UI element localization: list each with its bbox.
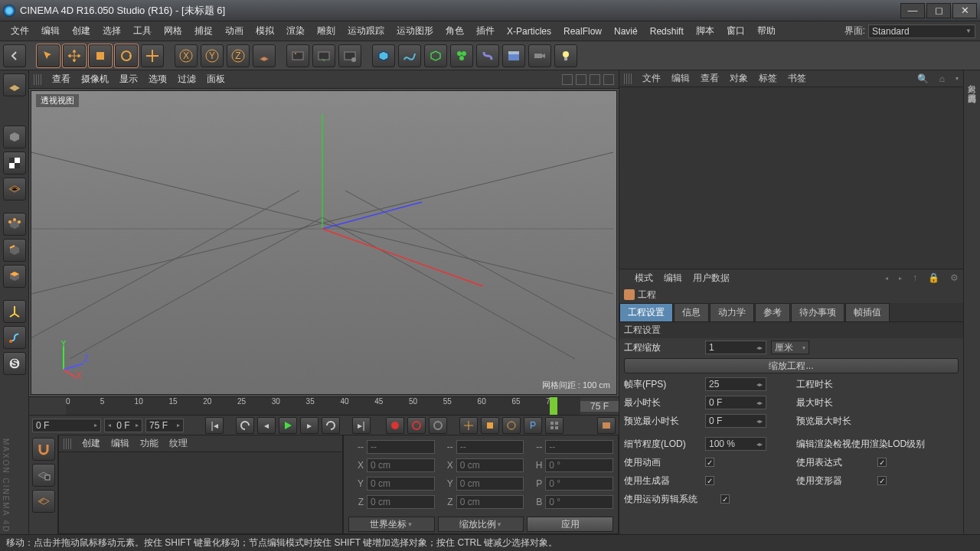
- workplane-lock-icon[interactable]: [32, 464, 55, 487]
- key-scale-button[interactable]: [481, 417, 499, 434]
- menu-sculpt[interactable]: 雕刻: [311, 24, 341, 37]
- coord-system[interactable]: [253, 44, 276, 67]
- y-axis-lock[interactable]: Y: [201, 44, 224, 67]
- useexpr-check[interactable]: ✓: [877, 458, 887, 467]
- texture-mode[interactable]: [3, 152, 26, 174]
- menu-mesh[interactable]: 网格: [158, 24, 188, 37]
- autokey-button[interactable]: [407, 417, 426, 434]
- coord-scale-combo[interactable]: 缩放比例 ▼: [438, 517, 524, 532]
- add-deformer[interactable]: [476, 44, 499, 67]
- goto-end-button[interactable]: ▸|: [352, 417, 371, 434]
- mat-menu-texture[interactable]: 纹理: [169, 437, 188, 450]
- chevron-icon[interactable]: ▾: [956, 75, 959, 82]
- goto-start-button[interactable]: |◂: [205, 417, 224, 434]
- pos-x-field[interactable]: 0 cm: [367, 458, 435, 472]
- menu-character[interactable]: 角色: [439, 24, 470, 37]
- fps-field[interactable]: 25◂▸: [705, 377, 766, 391]
- tab-interp[interactable]: 帧插值: [845, 303, 890, 321]
- next-key-button[interactable]: [322, 417, 340, 434]
- add-camera[interactable]: [528, 44, 551, 67]
- tab-todo[interactable]: 待办事项: [791, 303, 844, 321]
- view-menu-display[interactable]: 显示: [119, 73, 138, 86]
- scale-tool[interactable]: [89, 44, 112, 67]
- grip-icon[interactable]: [64, 439, 71, 449]
- rotate-tool[interactable]: [115, 44, 138, 67]
- nav-fwd-icon[interactable]: ▸: [899, 275, 902, 282]
- nav-back-icon[interactable]: ◂: [885, 275, 888, 282]
- model-mode[interactable]: [3, 126, 26, 148]
- layout-combo[interactable]: Standard▼: [868, 24, 975, 38]
- snap-toggle[interactable]: S: [3, 352, 26, 375]
- menu-mograph[interactable]: 运动图形: [390, 24, 439, 37]
- mat-menu-function[interactable]: 功能: [140, 437, 158, 450]
- search-icon[interactable]: 🔍: [917, 73, 929, 84]
- move-tool[interactable]: [63, 44, 86, 67]
- prev-frame-button[interactable]: ◂: [257, 417, 276, 434]
- menu-simulate[interactable]: 模拟: [250, 24, 280, 37]
- lock-icon[interactable]: 🔒: [928, 272, 939, 283]
- material-list[interactable]: [59, 452, 342, 533]
- z-axis-lock[interactable]: Z: [227, 44, 250, 67]
- coord-world-combo[interactable]: 世界坐标 ▼: [348, 517, 435, 532]
- prev-key-button[interactable]: [236, 417, 254, 434]
- polygon-mode[interactable]: [3, 265, 26, 288]
- mat-menu-create[interactable]: 创建: [82, 437, 100, 450]
- render-settings[interactable]: [338, 44, 361, 67]
- size-x-field[interactable]: 0 cm: [456, 458, 524, 472]
- keyframe-sel-button[interactable]: [429, 417, 447, 434]
- range-end-field[interactable]: 75 F▸: [145, 419, 184, 432]
- add-cube[interactable]: [372, 44, 395, 67]
- right-tab-1[interactable]: 对象: [965, 73, 979, 83]
- gear-icon[interactable]: ⚙: [950, 272, 959, 283]
- rot-h-field[interactable]: 0 °: [545, 458, 613, 472]
- pos-y-field[interactable]: 0 cm: [367, 477, 435, 491]
- lod-field[interactable]: 100 %◂▸: [705, 437, 766, 451]
- key-param-button[interactable]: P: [524, 417, 542, 434]
- grip-icon[interactable]: [624, 73, 632, 84]
- pos-z-field[interactable]: 0 cm: [367, 495, 435, 509]
- menu-realflow[interactable]: RealFlow: [557, 26, 608, 37]
- undo-button[interactable]: [3, 44, 26, 67]
- menu-tools[interactable]: 工具: [127, 24, 158, 37]
- grip-icon[interactable]: [34, 74, 41, 85]
- add-environment[interactable]: [502, 44, 525, 67]
- mintime-field[interactable]: 0 F◂▸: [705, 396, 766, 409]
- workplane-mode[interactable]: [3, 178, 26, 201]
- object-tree[interactable]: [619, 87, 963, 269]
- playhead[interactable]: [550, 397, 557, 415]
- close-button[interactable]: ✕: [952, 3, 977, 18]
- menu-track[interactable]: 运动跟踪: [341, 24, 390, 37]
- attr-menu-edit[interactable]: 编辑: [664, 272, 682, 285]
- axis-mode[interactable]: [3, 300, 26, 323]
- range-start-field[interactable]: 0 F▸: [32, 419, 101, 432]
- menu-snap[interactable]: 捕捉: [188, 24, 219, 37]
- rot-p-field[interactable]: 0 °: [545, 477, 613, 491]
- menu-redshift[interactable]: Redshift: [644, 26, 690, 37]
- add-generator[interactable]: [424, 44, 447, 67]
- home-icon[interactable]: ⌂: [939, 73, 945, 84]
- render-view[interactable]: [286, 44, 309, 67]
- view-nav-icon[interactable]: [562, 74, 573, 85]
- add-spline[interactable]: [398, 44, 421, 67]
- usemot-check[interactable]: ✓: [720, 494, 730, 504]
- usedef-check[interactable]: ✓: [877, 476, 887, 485]
- useanim-check[interactable]: ✓: [705, 458, 714, 467]
- menu-select[interactable]: 选择: [96, 24, 127, 37]
- scale-project-button[interactable]: 缩放工程...: [624, 358, 959, 373]
- tab-dynamics[interactable]: 动力学: [710, 303, 754, 321]
- attr-menu-mode[interactable]: 模式: [635, 272, 653, 285]
- workplane-icon[interactable]: [32, 490, 55, 513]
- size-y-field[interactable]: 0 cm: [456, 477, 524, 491]
- obj-menu-view[interactable]: 查看: [701, 72, 719, 85]
- key-rot-button[interactable]: [502, 417, 521, 434]
- size-z-field[interactable]: 0 cm: [456, 495, 524, 509]
- right-tab-2[interactable]: 内容浏览器: [965, 83, 979, 92]
- record-button[interactable]: [386, 417, 404, 434]
- obj-menu-bookmarks[interactable]: 书签: [788, 72, 806, 85]
- attr-menu-userdata[interactable]: 用户数据: [693, 272, 730, 285]
- menu-render[interactable]: 渲染: [280, 24, 311, 37]
- key-pos-button[interactable]: [459, 417, 478, 434]
- view-nav-icon[interactable]: [576, 74, 586, 85]
- mat-menu-edit[interactable]: 编辑: [111, 437, 129, 450]
- rot-b-field[interactable]: 0 °: [545, 495, 613, 509]
